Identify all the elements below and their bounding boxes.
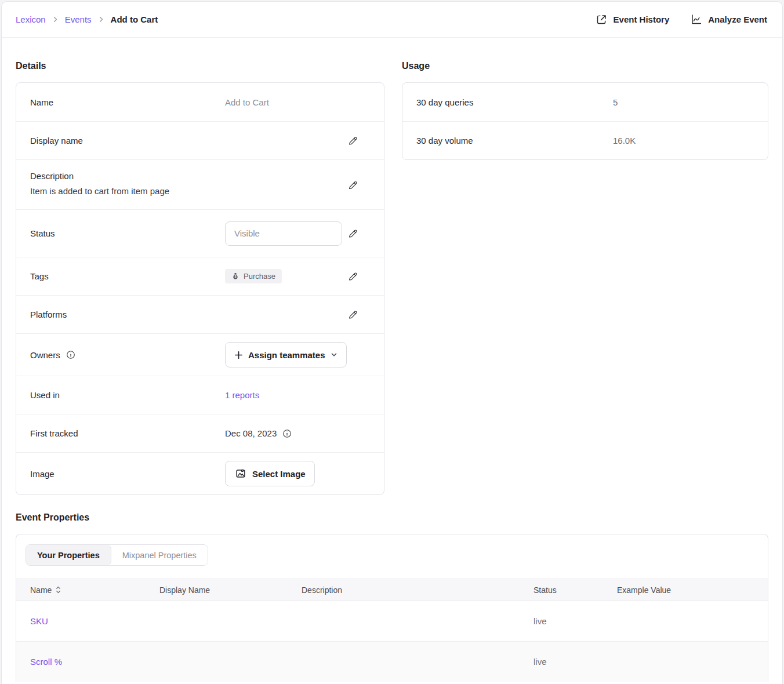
page-panel: Lexicon Events Add to Cart Event History [1, 1, 783, 684]
usage-title: Usage [402, 61, 768, 71]
image-icon [234, 467, 247, 480]
usage-row-queries: 30 day queries 5 [402, 83, 768, 121]
detail-row-image: Image Select Image [16, 452, 384, 494]
details-title: Details [16, 61, 384, 71]
property-description [302, 601, 533, 642]
property-row-sku: SKU live [16, 601, 768, 642]
sort-icon [56, 586, 61, 594]
detail-row-owners: Owners [16, 333, 384, 376]
tab-mixpanel-properties[interactable]: Mixpanel Properties [111, 545, 208, 565]
first-tracked-label: First tracked [30, 428, 225, 438]
properties-tabs: Your Properties Mixpanel Properties [16, 534, 768, 579]
detail-row-platforms: Platforms [16, 295, 384, 333]
edit-platforms-button[interactable] [345, 307, 361, 322]
properties-table: Name Display Name Description [16, 579, 768, 682]
select-image-button[interactable]: Select Image [225, 461, 315, 486]
description-text: Item is added to cart from item page [30, 186, 370, 196]
event-properties-title: Event Properties [16, 512, 768, 523]
external-link-icon [596, 13, 608, 26]
property-example-value [617, 601, 768, 642]
column-header-example-value: Example Value [617, 579, 768, 601]
detail-row-name: Name Add to Cart [16, 83, 384, 121]
line-chart-icon [690, 13, 702, 26]
name-label: Name [30, 97, 225, 107]
description-label: Description [30, 171, 370, 181]
info-icon[interactable] [66, 350, 76, 360]
tags-label: Tags [30, 271, 225, 281]
column-header-name-sort[interactable]: Name [30, 585, 154, 595]
event-properties-card: Your Properties Mixpanel Properties Name [16, 534, 768, 682]
chevron-down-icon [331, 351, 337, 358]
property-row-scroll: Scroll % live [16, 642, 768, 682]
property-status: live [533, 642, 617, 682]
platforms-label: Platforms [30, 310, 225, 319]
assign-teammates-label: Assign teammates [248, 350, 325, 360]
tab-your-properties[interactable]: Your Properties [26, 545, 111, 565]
event-history-button[interactable]: Event History [596, 13, 670, 26]
chevron-right-icon [52, 16, 59, 23]
status-label: Status [30, 228, 225, 238]
money-bag-icon: $ [231, 272, 239, 281]
column-header-status: Status [533, 579, 617, 601]
detail-row-status: Status Visible [16, 209, 384, 257]
pencil-icon [347, 309, 358, 320]
edit-description-button[interactable] [345, 177, 361, 193]
property-display-name [159, 601, 302, 642]
plus-icon [234, 351, 243, 359]
column-header-description: Description [302, 579, 533, 601]
detail-row-description: Description Item is added to cart from i… [16, 159, 384, 209]
display-name-label: Display name [30, 136, 225, 145]
queries-value: 5 [613, 97, 754, 107]
edit-display-name-button[interactable] [345, 133, 361, 148]
detail-row-first-tracked: First tracked Dec 08, 2023 [16, 414, 384, 452]
edit-status-button[interactable] [345, 225, 361, 241]
volume-value: 16.0K [613, 136, 754, 145]
image-label: Image [30, 469, 225, 479]
top-bar: Lexicon Events Add to Cart Event History [2, 2, 782, 38]
pencil-icon [347, 135, 358, 146]
table-header-row: Name Display Name Description [16, 579, 768, 601]
breadcrumb: Lexicon Events Add to Cart [16, 14, 158, 24]
details-card: Name Add to Cart Display name [16, 82, 384, 495]
name-value: Add to Cart [225, 97, 370, 107]
pencil-icon [347, 228, 358, 239]
detail-row-used-in: Used in 1 reports [16, 376, 384, 414]
detail-row-tags: Tags $ Purchase [16, 257, 384, 295]
analyze-event-button[interactable]: Analyze Event [690, 13, 767, 26]
breadcrumb-current: Add to Cart [111, 14, 158, 24]
volume-label: 30 day volume [416, 136, 613, 145]
edit-tags-button[interactable] [345, 268, 361, 284]
event-history-label: Event History [614, 14, 670, 24]
property-link[interactable]: SKU [30, 616, 48, 626]
column-header-name: Name [30, 585, 52, 595]
used-in-reports-link[interactable]: 1 reports [225, 390, 259, 400]
pencil-icon [347, 271, 358, 282]
breadcrumb-lexicon[interactable]: Lexicon [16, 14, 46, 24]
detail-row-display-name: Display name [16, 121, 384, 159]
status-input[interactable]: Visible [225, 221, 342, 246]
select-image-label: Select Image [252, 469, 306, 479]
first-tracked-value: Dec 08, 2023 [225, 428, 277, 438]
info-icon[interactable] [282, 428, 292, 439]
usage-card: 30 day queries 5 30 day volume 16.0K [402, 82, 768, 160]
tag-label: Purchase [244, 272, 275, 281]
used-in-label: Used in [30, 390, 225, 400]
chevron-right-icon [98, 16, 104, 23]
top-actions: Event History Analyze Event [596, 13, 767, 26]
property-display-name [159, 642, 302, 682]
pencil-icon [347, 180, 358, 191]
tag-chip-purchase[interactable]: $ Purchase [225, 269, 282, 283]
queries-label: 30 day queries [416, 97, 613, 107]
property-link[interactable]: Scroll % [30, 657, 62, 667]
property-example-value [617, 642, 768, 682]
assign-teammates-button[interactable]: Assign teammates [225, 342, 347, 368]
owners-label: Owners [30, 350, 60, 360]
usage-row-volume: 30 day volume 16.0K [402, 121, 768, 159]
column-header-display-name: Display Name [159, 579, 302, 601]
breadcrumb-events[interactable]: Events [65, 14, 92, 24]
property-status: live [533, 601, 617, 642]
property-description [302, 642, 533, 682]
analyze-event-label: Analyze Event [708, 14, 767, 24]
